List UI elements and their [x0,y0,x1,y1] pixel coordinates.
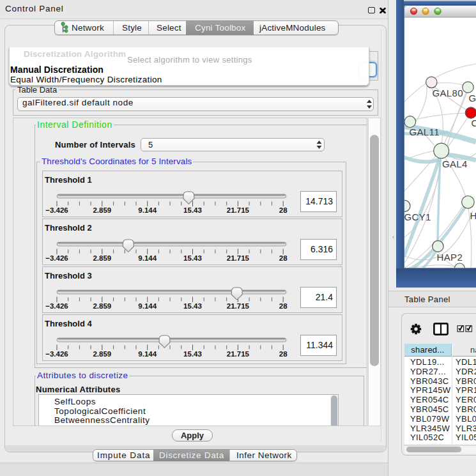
svg-text:GAL80: GAL80 [433,88,463,98]
svg-text:GAL4: GAL4 [442,158,468,169]
svg-text:9.144: 9.144 [138,206,157,214]
svg-text:21.715: 21.715 [227,302,250,310]
svg-text:21.715: 21.715 [227,206,250,214]
svg-text:HAP2: HAP2 [437,252,463,263]
svg-text:28: 28 [279,254,288,262]
svg-text:15.43: 15.43 [183,206,202,214]
svg-text:−3.426: −3.426 [45,254,68,262]
svg-text:15.43: 15.43 [183,254,202,262]
svg-text:−3.426: −3.426 [45,350,68,358]
svg-text:2.859: 2.859 [93,302,111,310]
svg-text:9.144: 9.144 [138,302,157,310]
svg-text:21.715: 21.715 [227,350,250,358]
svg-text:C: C [472,118,476,128]
svg-text:28: 28 [279,206,288,214]
svg-text:9.144: 9.144 [138,254,157,262]
svg-text:2.859: 2.859 [93,206,111,214]
svg-text:−3.426: −3.426 [45,206,68,214]
svg-text:2.859: 2.859 [93,350,111,358]
svg-text:2.859: 2.859 [93,254,111,262]
svg-text:21.715: 21.715 [227,254,250,262]
svg-text:15.43: 15.43 [183,350,202,358]
svg-text:28: 28 [279,350,288,358]
svg-text:9.144: 9.144 [138,350,157,358]
svg-text:GCY1: GCY1 [404,211,431,222]
svg-text:GAL11: GAL11 [410,127,440,137]
svg-text:15.43: 15.43 [183,302,202,310]
svg-text:−3.426: −3.426 [45,302,68,310]
svg-text:H: H [470,210,476,221]
svg-text:28: 28 [279,302,288,310]
svg-text:GA: GA [469,93,476,104]
